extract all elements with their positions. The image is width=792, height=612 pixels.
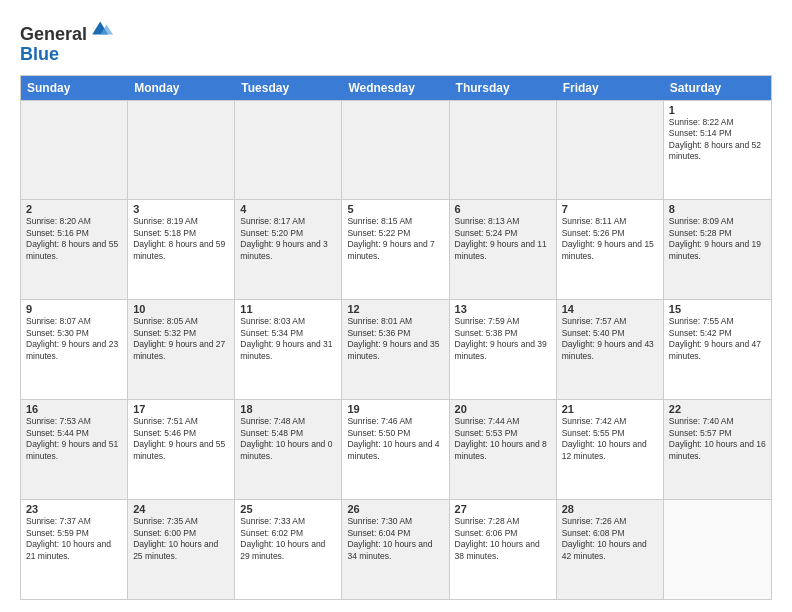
day-header-thursday: Thursday: [450, 76, 557, 100]
cell-day-4: 4Sunrise: 8:17 AMSunset: 5:20 PMDaylight…: [235, 200, 342, 299]
day-number: 14: [562, 303, 658, 315]
day-number: 7: [562, 203, 658, 215]
cell-content: Sunrise: 7:35 AMSunset: 6:00 PMDaylight:…: [133, 516, 229, 562]
cell-day-27: 27Sunrise: 7:28 AMSunset: 6:06 PMDayligh…: [450, 500, 557, 599]
day-number: 4: [240, 203, 336, 215]
day-number: 10: [133, 303, 229, 315]
cell-day-16: 16Sunrise: 7:53 AMSunset: 5:44 PMDayligh…: [21, 400, 128, 499]
day-number: 3: [133, 203, 229, 215]
cell-content: Sunrise: 7:40 AMSunset: 5:57 PMDaylight:…: [669, 416, 766, 462]
cell-content: Sunrise: 7:53 AMSunset: 5:44 PMDaylight:…: [26, 416, 122, 462]
cell-day-21: 21Sunrise: 7:42 AMSunset: 5:55 PMDayligh…: [557, 400, 664, 499]
cell-day-11: 11Sunrise: 8:03 AMSunset: 5:34 PMDayligh…: [235, 300, 342, 399]
day-number: 27: [455, 503, 551, 515]
cell-content: Sunrise: 8:09 AMSunset: 5:28 PMDaylight:…: [669, 216, 766, 262]
cell-content: Sunrise: 7:51 AMSunset: 5:46 PMDaylight:…: [133, 416, 229, 462]
cell-day-23: 23Sunrise: 7:37 AMSunset: 5:59 PMDayligh…: [21, 500, 128, 599]
logo-blue-text: Blue: [20, 44, 59, 64]
calendar-row-4: 23Sunrise: 7:37 AMSunset: 5:59 PMDayligh…: [21, 499, 771, 599]
cell-content: Sunrise: 8:01 AMSunset: 5:36 PMDaylight:…: [347, 316, 443, 362]
day-number: 28: [562, 503, 658, 515]
cell-day-3: 3Sunrise: 8:19 AMSunset: 5:18 PMDaylight…: [128, 200, 235, 299]
day-number: 8: [669, 203, 766, 215]
cell-content: Sunrise: 7:37 AMSunset: 5:59 PMDaylight:…: [26, 516, 122, 562]
day-number: 19: [347, 403, 443, 415]
day-number: 6: [455, 203, 551, 215]
cell-day-12: 12Sunrise: 8:01 AMSunset: 5:36 PMDayligh…: [342, 300, 449, 399]
cell-day-7: 7Sunrise: 8:11 AMSunset: 5:26 PMDaylight…: [557, 200, 664, 299]
cell-content: Sunrise: 7:55 AMSunset: 5:42 PMDaylight:…: [669, 316, 766, 362]
day-number: 20: [455, 403, 551, 415]
day-number: 15: [669, 303, 766, 315]
cell-empty-4-6: [664, 500, 771, 599]
day-number: 13: [455, 303, 551, 315]
day-number: 11: [240, 303, 336, 315]
cell-day-28: 28Sunrise: 7:26 AMSunset: 6:08 PMDayligh…: [557, 500, 664, 599]
cell-content: Sunrise: 7:26 AMSunset: 6:08 PMDaylight:…: [562, 516, 658, 562]
cell-day-1: 1Sunrise: 8:22 AMSunset: 5:14 PMDaylight…: [664, 101, 771, 200]
cell-day-6: 6Sunrise: 8:13 AMSunset: 5:24 PMDaylight…: [450, 200, 557, 299]
day-number: 5: [347, 203, 443, 215]
day-header-wednesday: Wednesday: [342, 76, 449, 100]
day-number: 2: [26, 203, 122, 215]
cell-content: Sunrise: 7:33 AMSunset: 6:02 PMDaylight:…: [240, 516, 336, 562]
calendar: SundayMondayTuesdayWednesdayThursdayFrid…: [20, 75, 772, 600]
day-number: 24: [133, 503, 229, 515]
cell-day-5: 5Sunrise: 8:15 AMSunset: 5:22 PMDaylight…: [342, 200, 449, 299]
cell-content: Sunrise: 7:30 AMSunset: 6:04 PMDaylight:…: [347, 516, 443, 562]
day-header-friday: Friday: [557, 76, 664, 100]
cell-day-22: 22Sunrise: 7:40 AMSunset: 5:57 PMDayligh…: [664, 400, 771, 499]
cell-content: Sunrise: 7:48 AMSunset: 5:48 PMDaylight:…: [240, 416, 336, 462]
calendar-body: 1Sunrise: 8:22 AMSunset: 5:14 PMDaylight…: [21, 100, 771, 599]
cell-content: Sunrise: 8:13 AMSunset: 5:24 PMDaylight:…: [455, 216, 551, 262]
cell-content: Sunrise: 8:07 AMSunset: 5:30 PMDaylight:…: [26, 316, 122, 362]
cell-day-2: 2Sunrise: 8:20 AMSunset: 5:16 PMDaylight…: [21, 200, 128, 299]
day-header-saturday: Saturday: [664, 76, 771, 100]
cell-empty-0-4: [450, 101, 557, 200]
day-header-sunday: Sunday: [21, 76, 128, 100]
logo: General Blue: [20, 16, 113, 65]
cell-content: Sunrise: 8:11 AMSunset: 5:26 PMDaylight:…: [562, 216, 658, 262]
day-number: 22: [669, 403, 766, 415]
cell-content: Sunrise: 8:19 AMSunset: 5:18 PMDaylight:…: [133, 216, 229, 262]
cell-content: Sunrise: 8:15 AMSunset: 5:22 PMDaylight:…: [347, 216, 443, 262]
day-number: 18: [240, 403, 336, 415]
cell-empty-0-0: [21, 101, 128, 200]
day-number: 16: [26, 403, 122, 415]
cell-content: Sunrise: 7:57 AMSunset: 5:40 PMDaylight:…: [562, 316, 658, 362]
day-number: 1: [669, 104, 766, 116]
cell-day-26: 26Sunrise: 7:30 AMSunset: 6:04 PMDayligh…: [342, 500, 449, 599]
day-header-tuesday: Tuesday: [235, 76, 342, 100]
cell-content: Sunrise: 7:46 AMSunset: 5:50 PMDaylight:…: [347, 416, 443, 462]
cell-content: Sunrise: 7:44 AMSunset: 5:53 PMDaylight:…: [455, 416, 551, 462]
day-number: 21: [562, 403, 658, 415]
day-headers: SundayMondayTuesdayWednesdayThursdayFrid…: [21, 76, 771, 100]
logo-icon: [89, 16, 113, 40]
cell-day-10: 10Sunrise: 8:05 AMSunset: 5:32 PMDayligh…: [128, 300, 235, 399]
cell-day-14: 14Sunrise: 7:57 AMSunset: 5:40 PMDayligh…: [557, 300, 664, 399]
cell-content: Sunrise: 7:59 AMSunset: 5:38 PMDaylight:…: [455, 316, 551, 362]
day-header-monday: Monday: [128, 76, 235, 100]
cell-empty-0-1: [128, 101, 235, 200]
day-number: 12: [347, 303, 443, 315]
cell-content: Sunrise: 7:42 AMSunset: 5:55 PMDaylight:…: [562, 416, 658, 462]
day-number: 17: [133, 403, 229, 415]
cell-empty-0-3: [342, 101, 449, 200]
cell-day-13: 13Sunrise: 7:59 AMSunset: 5:38 PMDayligh…: [450, 300, 557, 399]
cell-day-20: 20Sunrise: 7:44 AMSunset: 5:53 PMDayligh…: [450, 400, 557, 499]
cell-content: Sunrise: 8:05 AMSunset: 5:32 PMDaylight:…: [133, 316, 229, 362]
page-header: General Blue: [20, 16, 772, 65]
calendar-row-1: 2Sunrise: 8:20 AMSunset: 5:16 PMDaylight…: [21, 199, 771, 299]
cell-day-19: 19Sunrise: 7:46 AMSunset: 5:50 PMDayligh…: [342, 400, 449, 499]
cell-day-9: 9Sunrise: 8:07 AMSunset: 5:30 PMDaylight…: [21, 300, 128, 399]
logo-general-text: General: [20, 24, 87, 44]
cell-empty-0-5: [557, 101, 664, 200]
cell-day-25: 25Sunrise: 7:33 AMSunset: 6:02 PMDayligh…: [235, 500, 342, 599]
cell-content: Sunrise: 8:20 AMSunset: 5:16 PMDaylight:…: [26, 216, 122, 262]
calendar-row-2: 9Sunrise: 8:07 AMSunset: 5:30 PMDaylight…: [21, 299, 771, 399]
cell-empty-0-2: [235, 101, 342, 200]
day-number: 26: [347, 503, 443, 515]
day-number: 23: [26, 503, 122, 515]
cell-content: Sunrise: 8:03 AMSunset: 5:34 PMDaylight:…: [240, 316, 336, 362]
cell-content: Sunrise: 8:22 AMSunset: 5:14 PMDaylight:…: [669, 117, 766, 163]
